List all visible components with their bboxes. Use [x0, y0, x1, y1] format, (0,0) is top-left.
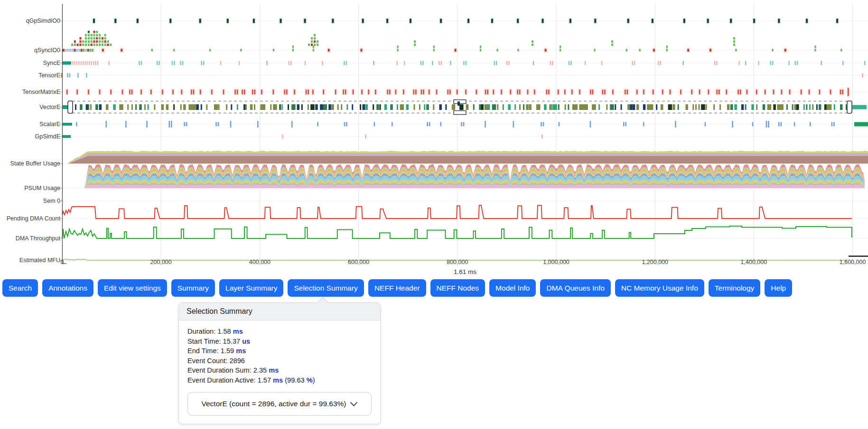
search-button[interactable]: Search	[2, 279, 38, 297]
chevron-down-icon	[350, 402, 358, 407]
svg-text:0: 0	[61, 259, 64, 265]
selection-summary-popup: Selection Summary Duration: 1.58 ms Star…	[178, 302, 381, 424]
field-event-duration-active: Event Duration Active: 1.57 ms (99.63 %)	[187, 375, 372, 385]
field-event-count: Event Count: 2896	[187, 356, 372, 366]
help-button[interactable]: Help	[765, 279, 792, 297]
svg-text:1,200,000: 1,200,000	[642, 259, 668, 265]
svg-text:1,400,000: 1,400,000	[741, 259, 767, 265]
engine-dropdown-value: VectorE (count = 2896, active dur = 99.6…	[201, 400, 346, 408]
svg-text:qGpSimdIO0: qGpSimdIO0	[26, 18, 60, 24]
terminology-button[interactable]: Terminology	[709, 279, 761, 297]
toolbar: Search Annotations Edit view settings Su…	[2, 279, 792, 297]
timeline-chart[interactable]: qGpSimdIO0qSyncIO0SyncETensorETensorMatr…	[0, 0, 868, 276]
engine-dropdown[interactable]: VectorE (count = 2896, active dur = 99.6…	[187, 392, 372, 416]
summary-button[interactable]: Summary	[171, 279, 215, 297]
popup-title: Selection Summary	[179, 303, 380, 320]
neff-header-button[interactable]: NEFF Header	[368, 279, 426, 297]
field-duration: Duration: 1.58 ms	[187, 327, 372, 337]
model-info-button[interactable]: Model Info	[489, 279, 536, 297]
svg-text:TensorE: TensorE	[38, 72, 60, 79]
timeline-row-dma-throughput[interactable]	[62, 226, 852, 238]
svg-text:TensorMatrixE: TensorMatrixE	[22, 89, 60, 95]
svg-text:VectorE: VectorE	[39, 104, 60, 110]
selection-summary-button[interactable]: Selection Summary	[288, 279, 364, 297]
dma-queues-info-button[interactable]: DMA Queues Info	[540, 279, 610, 297]
svg-text:GpSimdE: GpSimdE	[35, 133, 61, 140]
svg-text:200,000: 200,000	[150, 259, 172, 265]
svg-text:DMA Throughput: DMA Throughput	[16, 235, 61, 242]
svg-text:PSUM Usage: PSUM Usage	[24, 185, 60, 192]
svg-text:800,000: 800,000	[447, 259, 468, 265]
svg-text:Pending DMA Count: Pending DMA Count	[7, 215, 61, 222]
popup-body: Duration: 1.58 ms Start Time: 15.37 us E…	[179, 320, 380, 424]
timeline-row-qsyncio0[interactable]	[63, 31, 842, 53]
svg-text:SyncE: SyncE	[43, 60, 60, 66]
field-end-time: End Time: 1.59 ms	[187, 346, 372, 356]
svg-text:State Buffer Usage: State Buffer Usage	[10, 160, 60, 167]
gridlines	[62, 4, 868, 264]
nc-memory-usage-info-button[interactable]: NC Memory Usage Info	[615, 279, 704, 297]
layer-summary-button[interactable]: Layer Summary	[219, 279, 283, 297]
field-event-duration-sum: Event Duration Sum: 2.35 ms	[187, 365, 372, 375]
svg-text:Sem 0: Sem 0	[43, 198, 60, 204]
field-start-time: Start Time: 15.37 us	[187, 337, 372, 347]
axes: qGpSimdIO0qSyncIO0SyncETensorETensorMatr…	[7, 4, 866, 275]
profiler-app: qGpSimdIO0qSyncIO0SyncETensorETensorMatr…	[0, 0, 868, 429]
neff-nodes-button[interactable]: NEFF Nodes	[430, 279, 485, 297]
svg-text:1.61 ms: 1.61 ms	[454, 268, 476, 275]
timeline-row-psum-usage[interactable]	[84, 164, 865, 188]
timeline-row-pending-dma-count[interactable]	[62, 205, 852, 219]
timeline-row-state-buffer-usage[interactable]	[68, 151, 868, 164]
svg-text:ScalarE: ScalarE	[39, 121, 60, 128]
svg-text:1,000,000: 1,000,000	[543, 259, 569, 265]
svg-text:600,000: 600,000	[348, 259, 369, 265]
edit-view-settings-button[interactable]: Edit view settings	[98, 279, 167, 297]
svg-text:qSyncIO0: qSyncIO0	[34, 47, 60, 54]
svg-text:400,000: 400,000	[249, 259, 271, 265]
svg-text:Estimated MFU: Estimated MFU	[19, 257, 60, 264]
annotations-button[interactable]: Annotations	[42, 279, 93, 297]
svg-text:1,600,000: 1,600,000	[840, 259, 866, 265]
